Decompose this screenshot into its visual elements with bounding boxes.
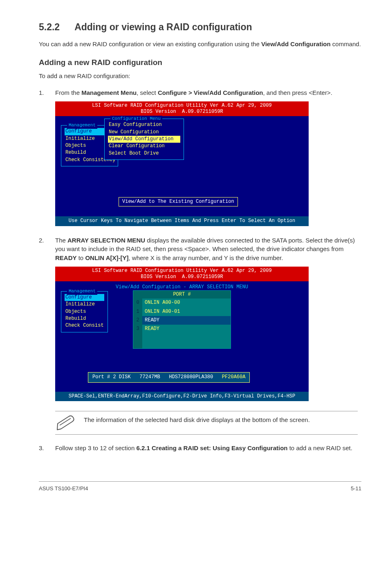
bios2-footer: SPACE-Sel,ENTER-EndArray,F10-Configure,F… <box>55 392 309 401</box>
bios2-mgmt-item-check-consist[interactable]: Check Consist <box>65 322 104 329</box>
bios1-cfg-item-new[interactable]: New Configuration <box>108 129 180 136</box>
bios1-footer: Use Cursor Keys To Navigate Between Item… <box>55 216 309 226</box>
bios-screenshot-2: LSI Software RAID Configuration Utility … <box>55 267 309 401</box>
footer-right: 5-11 <box>351 485 361 493</box>
bios2-mgmt-item-initialize[interactable]: Initialize <box>65 301 104 308</box>
bios2-row-2[interactable]: 2 READY <box>133 316 231 325</box>
bios1-cfg-item-clear[interactable]: Clear Configuration <box>108 143 180 150</box>
pencil-icon <box>57 415 76 430</box>
bios2-row-blank2 <box>133 341 231 348</box>
bios-screenshot-1: LSI Software RAID Configuration Utility … <box>55 101 309 226</box>
bios1-cfg-item-easy[interactable]: Easy Configuration <box>108 121 180 128</box>
step-1-body: From the Management Menu, select Configu… <box>55 88 361 97</box>
bios2-management-title: Management <box>67 288 97 295</box>
step-1-number: 1. <box>39 88 55 97</box>
bios1-titlebar: LSI Software RAID Configuration Utility … <box>55 101 309 116</box>
intro-bold: View/Add Configuration <box>261 40 331 47</box>
bios1-cfg-item-viewadd[interactable]: View/Add Configuration <box>108 136 180 143</box>
step-2-body: The ARRAY SELECTION MENU displays the av… <box>55 236 361 263</box>
step-3: 3. Follow step 3 to 12 of section 6.2.1 … <box>39 444 361 453</box>
bios2-main: View/Add Configuration - ARRAY SELECTION… <box>55 281 309 392</box>
bios2-row3-idx: 3 <box>133 325 142 333</box>
step-3-number: 3. <box>39 444 55 453</box>
intro-pre: You can add a new RAID configuration or … <box>39 40 261 47</box>
bios2-row3-val: READY <box>142 325 231 333</box>
step-1: 1. From the Management Menu, select Conf… <box>39 88 361 97</box>
bios2-row0-idx: 0 <box>133 298 142 307</box>
bios2-mgmt-item-rebuild[interactable]: Rebuild <box>65 315 104 322</box>
bios2-row-blank1 <box>133 334 231 341</box>
bios2-row2-val: READY <box>142 316 231 325</box>
bios2-titlebar: LSI Software RAID Configuration Utility … <box>55 267 309 281</box>
step-3-body: Follow step 3 to 12 of section 6.2.1 Cre… <box>55 444 361 453</box>
bios2-drive-table: PORT # 0 ONLIN A00-00 1 ONLIN A00-01 2 R… <box>133 290 231 349</box>
page-footer: ASUS TS100-E7/PI4 5-11 <box>39 481 361 493</box>
bios2-row-3[interactable]: 3 READY <box>133 325 231 333</box>
bios2-mgmt-item-configure[interactable]: Configure <box>65 294 104 301</box>
bios2-row2-idx: 2 <box>133 316 142 325</box>
bios1-management-title: Management <box>67 122 97 129</box>
section-title: Adding or viewing a RAID configuration <box>74 22 252 32</box>
section-number: 5.2.2 <box>39 20 60 34</box>
note-block: The information of the selected hard dis… <box>55 411 358 435</box>
bios2-row1-val: ONLIN A00-01 <box>142 307 231 316</box>
step-2-number: 2. <box>39 236 55 263</box>
bios2-management-panel: Management Configure Initialize Objects … <box>61 291 108 332</box>
bios1-hint: View/Add to The Existing Configuration <box>119 197 238 206</box>
svg-line-0 <box>60 418 71 425</box>
intro-post: command. <box>331 40 361 47</box>
subheading: Adding a new RAID configuration <box>39 57 361 68</box>
bios1-config-title: Configuration Menu <box>110 116 162 122</box>
note-text: The information of the selected hard dis… <box>84 415 356 424</box>
section-heading: 5.2.2Adding or viewing a RAID configurat… <box>39 20 361 34</box>
step-2: 2. The ARRAY SELECTION MENU displays the… <box>39 236 361 263</box>
intro-paragraph: You can add a new RAID configuration or … <box>39 40 361 49</box>
bios1-main: Management Configure Initialize Objects … <box>55 116 309 216</box>
bios2-row1-idx: 1 <box>133 307 142 316</box>
bios2-port-header: PORT # <box>133 291 231 298</box>
bios2-port-line: Port # 2 DISK 77247MB HDS728080PLA380 PF… <box>88 372 250 382</box>
bios1-cfg-item-boot[interactable]: Select Boot Drive <box>108 150 180 157</box>
bios2-mgmt-item-objects[interactable]: Objects <box>65 308 104 315</box>
footer-left: ASUS TS100-E7/PI4 <box>39 485 88 493</box>
bios1-config-panel: Configuration Menu Easy Configuration Ne… <box>104 119 184 160</box>
bios2-row-0[interactable]: 0 ONLIN A00-00 <box>133 298 231 307</box>
lead-paragraph: To add a new RAID configuration: <box>39 72 361 81</box>
bios2-row-1[interactable]: 1 ONLIN A00-01 <box>133 307 231 316</box>
bios2-row0-val: ONLIN A00-00 <box>142 298 231 307</box>
